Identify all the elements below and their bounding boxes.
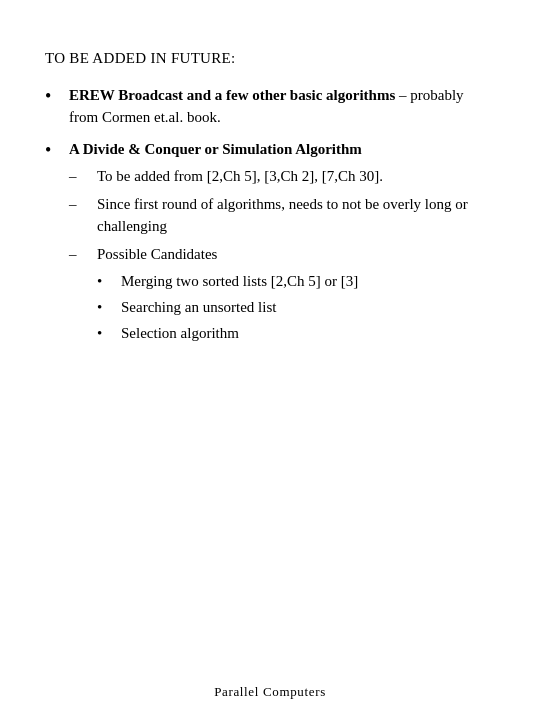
- sub-list: – To be added from [2,Ch 5], [3,Ch 2], […: [69, 166, 495, 348]
- bullet-2-bold: A Divide & Conquer or Simulation Algorit…: [69, 141, 362, 157]
- bullet-small: •: [97, 323, 117, 345]
- page-title: TO BE ADDED IN FUTURE:: [45, 50, 495, 67]
- possible-candidates-label: Possible Candidates: [97, 246, 217, 262]
- list-item: – To be added from [2,Ch 5], [3,Ch 2], […: [69, 166, 495, 188]
- sub-sub-list: • Merging two sorted lists [2,Ch 5] or […: [97, 271, 495, 344]
- list-item: • A Divide & Conquer or Simulation Algor…: [45, 139, 495, 355]
- bullet-dot: •: [45, 139, 65, 162]
- bullet-small: •: [97, 271, 117, 293]
- list-item: • EREW Broadcast and a few other basic a…: [45, 85, 495, 129]
- list-item: • Searching an unsorted list: [97, 297, 495, 319]
- list-item: – Possible Candidates • Merging two sort…: [69, 244, 495, 349]
- list-item: • Merging two sorted lists [2,Ch 5] or […: [97, 271, 495, 293]
- bullet-small: •: [97, 297, 117, 319]
- dash: –: [69, 244, 93, 266]
- subsub-1-text: Merging two sorted lists [2,Ch 5] or [3]: [121, 271, 358, 293]
- bullet-dot: •: [45, 85, 65, 108]
- list-item: – Since first round of algorithms, needs…: [69, 194, 495, 238]
- dash: –: [69, 194, 93, 216]
- main-bullet-list: • EREW Broadcast and a few other basic a…: [45, 85, 495, 355]
- page-content: TO BE ADDED IN FUTURE: • EREW Broadcast …: [0, 0, 540, 405]
- list-item: • Selection algorithm: [97, 323, 495, 345]
- bullet-1-content: EREW Broadcast and a few other basic alg…: [69, 85, 495, 129]
- sub-2-text: Since first round of algorithms, needs t…: [97, 194, 495, 238]
- bullet-2-content: A Divide & Conquer or Simulation Algorit…: [69, 139, 495, 355]
- dash: –: [69, 166, 93, 188]
- sub-3-content: Possible Candidates • Merging two sorted…: [97, 244, 495, 349]
- subsub-2-text: Searching an unsorted list: [121, 297, 276, 319]
- footer: Parallel Computers: [0, 684, 540, 700]
- sub-1-text: To be added from [2,Ch 5], [3,Ch 2], [7,…: [97, 166, 495, 188]
- subsub-3-text: Selection algorithm: [121, 323, 239, 345]
- bullet-1-bold: EREW Broadcast and a few other basic alg…: [69, 87, 395, 103]
